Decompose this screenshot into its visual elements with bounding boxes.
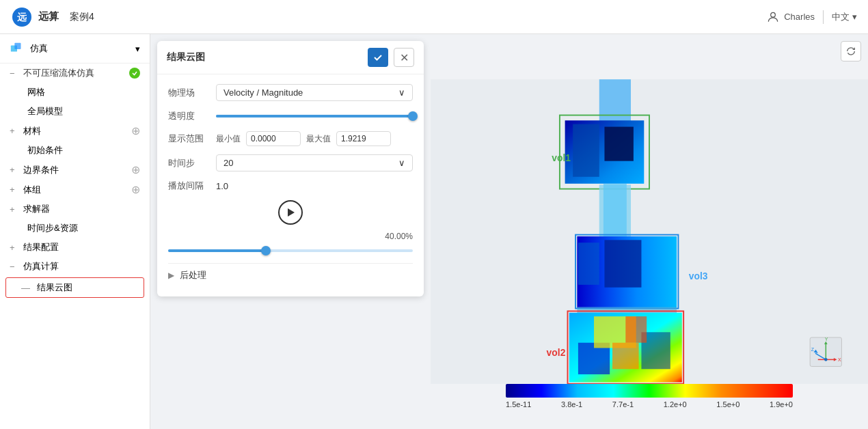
colorbar-label-3: 1.2e+0 bbox=[664, 400, 687, 409]
sidebar-item-global-model[interactable]: 全局模型 bbox=[0, 102, 150, 121]
colorbar-labels: 1.5e-11 3.8e-1 7.7e-1 1.2e+0 1.5e+0 1.9e… bbox=[506, 400, 793, 409]
sidebar-item-label: 不可压缩流体仿真 bbox=[23, 67, 94, 79]
sidebar-item-boundary-condition[interactable]: + 边界条件 ⊕ bbox=[0, 160, 150, 180]
sidebar-item-label: 全局模型 bbox=[27, 105, 63, 117]
colorbar-label-1: 3.8e-1 bbox=[561, 400, 582, 409]
sidebar-item-incompressible[interactable]: − 不可压缩流体仿真 bbox=[0, 64, 150, 83]
slider-thumb[interactable] bbox=[408, 111, 418, 121]
transparency-slider[interactable] bbox=[216, 109, 413, 123]
timestep-control: 20 ∨ bbox=[216, 154, 413, 171]
sidebar-item-label: 仿真计算 bbox=[23, 260, 59, 273]
play-area bbox=[168, 200, 413, 225]
sidebar-item-result-config[interactable]: + 结果配置 bbox=[0, 238, 150, 257]
confirm-button[interactable] bbox=[368, 48, 388, 67]
status-dot bbox=[129, 68, 140, 79]
svg-rect-17 bbox=[604, 240, 641, 287]
svg-marker-5 bbox=[288, 208, 295, 217]
cube-icon bbox=[10, 41, 25, 56]
svg-text:X: X bbox=[838, 357, 841, 362]
sidebar-item-initial-condition[interactable]: 初始条件 bbox=[0, 141, 150, 160]
panel-body: 物理场 Velocity / Magnitude ∨ 透明度 bbox=[157, 74, 424, 296]
add-icon[interactable]: ⊕ bbox=[131, 183, 140, 196]
sidebar-item-volume-group[interactable]: + 体组 ⊕ bbox=[0, 180, 150, 199]
physics-value: Velocity / Magnitude bbox=[223, 87, 303, 98]
sidebar-item-time-resources[interactable]: 时间步&资源 bbox=[0, 219, 150, 238]
playback-label: 播放间隔 bbox=[168, 180, 216, 192]
sidebar-item-label: 网格 bbox=[27, 86, 45, 98]
language-label: 中文 bbox=[832, 11, 850, 23]
language-selector[interactable]: 中文 ▾ bbox=[832, 11, 857, 23]
expand-icon: − bbox=[10, 262, 19, 272]
transparency-label: 透明度 bbox=[168, 110, 216, 122]
progress-slider[interactable] bbox=[168, 244, 413, 258]
playback-value: 1.0 bbox=[216, 181, 228, 191]
sidebar-item-label: 边界条件 bbox=[23, 164, 59, 176]
min-input[interactable] bbox=[246, 131, 301, 146]
post-arrow-icon: ▶ bbox=[168, 271, 174, 280]
play-button[interactable] bbox=[278, 200, 303, 225]
physics-dropdown[interactable]: Velocity / Magnitude ∨ bbox=[216, 84, 413, 101]
expand-icon: + bbox=[10, 204, 19, 214]
display-range-row: 显示范围 最小值 最大值 bbox=[168, 131, 413, 146]
refresh-button[interactable] bbox=[841, 41, 861, 61]
panel-header: 结果云图 ✕ bbox=[157, 41, 424, 74]
timestep-label: 时间步 bbox=[168, 157, 216, 169]
svg-rect-12 bbox=[573, 124, 599, 177]
sidebar-item-solver[interactable]: + 求解器 bbox=[0, 199, 150, 219]
expand-icon: + bbox=[10, 126, 19, 136]
logo-icon: 远 bbox=[11, 6, 33, 28]
range-inputs: 最小值 最大值 bbox=[216, 131, 413, 146]
physics-arrow-icon: ∨ bbox=[398, 87, 405, 98]
sidebar-item-label: 结果云图 bbox=[37, 281, 72, 294]
expand-icon: + bbox=[10, 184, 19, 195]
scene-svg: vol1 vol2 vol3 Y X bbox=[431, 34, 868, 429]
logo-text: 远算 bbox=[38, 10, 59, 23]
colorbar: 1.5e-11 3.8e-1 7.7e-1 1.2e+0 1.5e+0 1.9e… bbox=[506, 384, 793, 409]
svg-point-37 bbox=[824, 358, 828, 361]
dash-icon: — bbox=[21, 283, 30, 293]
svg-point-2 bbox=[771, 12, 776, 17]
colorbar-label-0: 1.5e-11 bbox=[506, 400, 531, 409]
progress-area: 40.00% bbox=[168, 232, 413, 258]
sidebar-arrow-icon[interactable]: ▾ bbox=[135, 44, 140, 54]
colorbar-label-4: 1.5e+0 bbox=[716, 400, 740, 409]
close-button[interactable]: ✕ bbox=[394, 48, 414, 67]
svg-rect-18 bbox=[578, 243, 599, 285]
max-input[interactable] bbox=[336, 131, 391, 146]
add-icon[interactable]: ⊕ bbox=[131, 163, 140, 176]
sidebar-header: 仿真 ▾ bbox=[0, 34, 150, 64]
timestep-row: 时间步 20 ∨ bbox=[168, 154, 413, 171]
sidebar: 仿真 ▾ − 不可压缩流体仿真 网格 全局模型 + 材料 ⊕ 初始条件 + bbox=[0, 34, 150, 429]
svg-rect-4 bbox=[14, 43, 21, 49]
sidebar-item-mesh[interactable]: 网格 bbox=[0, 83, 150, 102]
sidebar-item-material[interactable]: + 材料 ⊕ bbox=[0, 121, 150, 141]
post-section[interactable]: ▶ 后处理 bbox=[168, 263, 413, 287]
physics-control: Velocity / Magnitude ∨ bbox=[216, 84, 413, 101]
add-icon[interactable]: ⊕ bbox=[131, 124, 140, 137]
sidebar-item-label: 材料 bbox=[23, 125, 41, 137]
sidebar-item-label: 结果配置 bbox=[23, 241, 59, 253]
vol3-label: vol3 bbox=[689, 271, 708, 281]
svg-text:Y: Y bbox=[825, 337, 828, 342]
header: 远 远算 案例4 Charles 中文 ▾ bbox=[0, 0, 868, 34]
username: Charles bbox=[784, 12, 815, 22]
playback-row: 播放间隔 1.0 bbox=[168, 180, 413, 192]
colorbar-gradient bbox=[506, 384, 793, 398]
sidebar-item-sim-calc[interactable]: − 仿真计算 bbox=[0, 257, 150, 276]
transparency-slider-wrap bbox=[216, 109, 413, 123]
svg-rect-26 bbox=[625, 316, 647, 343]
progress-label: 40.00% bbox=[168, 232, 413, 241]
sidebar-item-label: 求解器 bbox=[23, 203, 50, 215]
physics-label: 物理场 bbox=[168, 87, 216, 99]
progress-thumb[interactable] bbox=[261, 246, 271, 255]
timestep-dropdown[interactable]: 20 ∨ bbox=[216, 154, 413, 171]
content-area: 结果云图 ✕ 物理场 Velocity / Magnitude ∨ bbox=[150, 34, 868, 429]
transparency-row: 透明度 bbox=[168, 109, 413, 123]
case-label: 案例4 bbox=[70, 11, 94, 23]
playback-control: 1.0 bbox=[216, 181, 413, 191]
post-label: 后处理 bbox=[180, 269, 206, 281]
min-label: 最小值 bbox=[216, 133, 241, 145]
sidebar-item-result-cloud[interactable]: — 结果云图 bbox=[5, 277, 144, 298]
expand-icon: − bbox=[10, 68, 19, 79]
main-layout: 仿真 ▾ − 不可压缩流体仿真 网格 全局模型 + 材料 ⊕ 初始条件 + bbox=[0, 34, 868, 429]
